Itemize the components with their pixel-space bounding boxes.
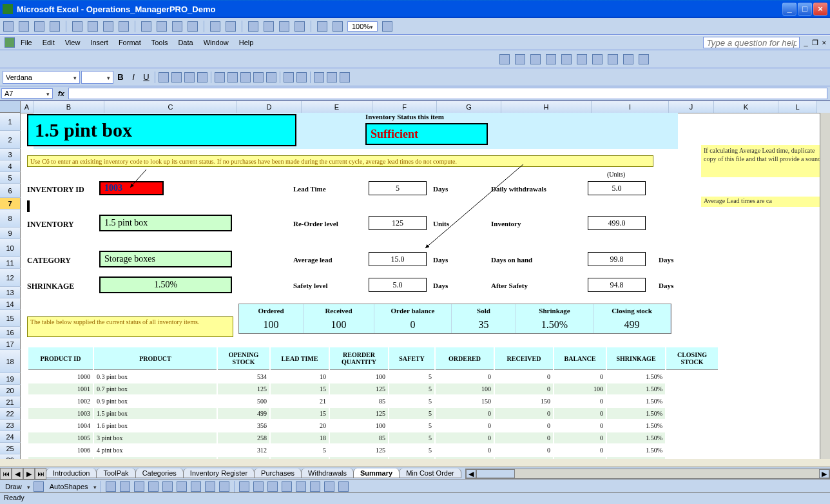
table-cell[interactable]: 10 <box>271 457 329 459</box>
font-color-icon[interactable] <box>340 72 350 82</box>
table-row[interactable]: 10064 pint box312512550001.50% <box>28 445 718 456</box>
name-box[interactable]: A7 <box>1 88 53 99</box>
table-header[interactable]: REORDER QUANTITY <box>330 347 388 370</box>
select-all-corner[interactable] <box>0 101 21 113</box>
format-painter-icon[interactable] <box>188 21 198 32</box>
row-header[interactable]: 14 <box>0 298 21 310</box>
redo-icon[interactable] <box>226 21 236 32</box>
rectangle-icon[interactable] <box>134 481 144 492</box>
table-cell[interactable]: 85 <box>330 432 388 443</box>
table-cell[interactable]: 0 <box>495 408 553 419</box>
table-cell[interactable]: 125 <box>330 445 388 456</box>
table-header[interactable]: OPENING STOCK <box>218 347 269 370</box>
table-cell[interactable]: 4 pint box <box>94 445 217 456</box>
comma-icon[interactable] <box>240 72 251 82</box>
row-header[interactable]: 23 <box>0 420 21 431</box>
safety-value[interactable]: 5.0 <box>369 278 427 292</box>
table-cell[interactable]: 1006 <box>28 445 93 456</box>
doc-restore-button[interactable]: ❐ <box>812 39 818 47</box>
table-cell[interactable]: 534 <box>218 371 269 382</box>
table-cell[interactable]: 0 <box>554 457 606 459</box>
dash-style-icon[interactable] <box>296 481 306 492</box>
table-cell[interactable]: 100 <box>330 371 388 382</box>
table-cell[interactable]: 0 <box>495 432 553 443</box>
diagram-icon[interactable] <box>191 481 201 492</box>
vertical-scrollbar[interactable] <box>820 113 830 459</box>
col-header[interactable]: C <box>104 101 237 113</box>
table-cell[interactable]: 20 <box>271 420 329 431</box>
row-header[interactable]: 10 <box>0 239 21 257</box>
table-cell[interactable]: 0.9 pint box <box>94 396 217 407</box>
menu-file[interactable]: File <box>15 37 37 48</box>
table-cell[interactable]: 21 <box>271 396 329 407</box>
decrease-indent-icon[interactable] <box>284 72 294 82</box>
row-header[interactable]: 26 <box>0 454 21 459</box>
table-cell[interactable]: 0 <box>554 408 606 419</box>
table-cell[interactable]: 0 <box>495 383 553 394</box>
col-header[interactable]: E <box>302 101 372 113</box>
table-cell[interactable]: 356 <box>218 420 269 431</box>
oval-icon[interactable] <box>148 481 159 492</box>
table-cell[interactable]: 5 pint box <box>94 457 217 459</box>
table-cell[interactable]: 18 <box>271 432 329 443</box>
row-header[interactable]: 18 <box>0 350 21 373</box>
row-header[interactable]: 7 <box>0 198 21 209</box>
formula-bar[interactable] <box>68 88 827 99</box>
help-input[interactable] <box>703 37 800 48</box>
table-row[interactable]: 10041.6 pint box3562010050001.50% <box>28 420 718 431</box>
col-header[interactable]: H <box>501 101 592 113</box>
lead-time-value[interactable]: 5 <box>369 181 427 195</box>
table-header[interactable]: PRODUCT <box>94 347 217 370</box>
table-cell[interactable]: 0 <box>436 432 494 443</box>
align-center-icon[interactable] <box>171 72 182 82</box>
fill-color-icon[interactable] <box>239 481 249 492</box>
col-header[interactable]: B <box>34 101 104 113</box>
maximize-button[interactable]: □ <box>798 3 812 15</box>
percent-icon[interactable] <box>227 72 238 82</box>
table-row[interactable]: 10000.3 pint box5341010050001.50% <box>28 371 718 382</box>
align-right-icon[interactable] <box>184 72 195 82</box>
col-header[interactable]: K <box>714 101 778 113</box>
row-header[interactable]: 6 <box>0 184 21 198</box>
table-cell[interactable]: 15 <box>271 408 329 419</box>
tool-icon[interactable] <box>530 54 541 64</box>
save-icon[interactable] <box>34 21 44 32</box>
table-cell[interactable]: 0 <box>554 396 606 407</box>
menu-tools[interactable]: Tools <box>146 37 173 48</box>
font-color-icon[interactable] <box>267 481 278 492</box>
row-header[interactable]: 1 <box>0 113 21 131</box>
table-header[interactable]: RECEIVED <box>495 347 553 370</box>
row-header[interactable]: 5 <box>0 172 21 184</box>
permission-icon[interactable] <box>50 21 60 32</box>
autosum-icon[interactable] <box>264 21 274 32</box>
wordart-icon[interactable] <box>177 481 187 492</box>
table-cell[interactable]: 5 <box>389 383 434 394</box>
table-cell[interactable]: 3 pint box <box>94 432 217 443</box>
preview-icon[interactable] <box>88 21 98 32</box>
picture-icon[interactable] <box>219 481 229 492</box>
sheet-tab[interactable]: Purchases <box>254 469 302 478</box>
table-cell[interactable]: 15 <box>271 383 329 394</box>
table-cell[interactable]: 0 <box>554 371 606 382</box>
tab-nav-last[interactable]: ⏭ <box>35 468 46 480</box>
table-cell[interactable]: 1.50% <box>607 420 665 431</box>
row-header[interactable]: 24 <box>0 431 21 443</box>
scroll-thumb[interactable] <box>476 469 515 478</box>
table-cell[interactable]: 150 <box>436 396 494 407</box>
table-cell[interactable]: 0 <box>554 432 606 443</box>
fill-color-icon[interactable] <box>327 72 337 82</box>
row-header[interactable]: 12 <box>0 269 21 287</box>
table-cell[interactable]: 0 <box>495 420 553 431</box>
sort-desc-icon[interactable] <box>294 21 305 32</box>
scroll-right-button[interactable]: ▶ <box>819 469 829 478</box>
table-header[interactable]: ORDERED <box>436 347 494 370</box>
table-cell[interactable]: 499 <box>218 408 269 419</box>
tool-icon[interactable] <box>623 54 633 64</box>
table-cell[interactable]: 0 <box>495 457 553 459</box>
table-cell[interactable]: 65 <box>330 457 388 459</box>
table-cell[interactable]: 1005 <box>28 432 93 443</box>
row-header[interactable]: 22 <box>0 408 21 420</box>
menu-data[interactable]: Data <box>173 37 198 48</box>
row-header[interactable]: 4 <box>0 160 21 172</box>
table-cell[interactable]: 0 <box>436 445 494 456</box>
